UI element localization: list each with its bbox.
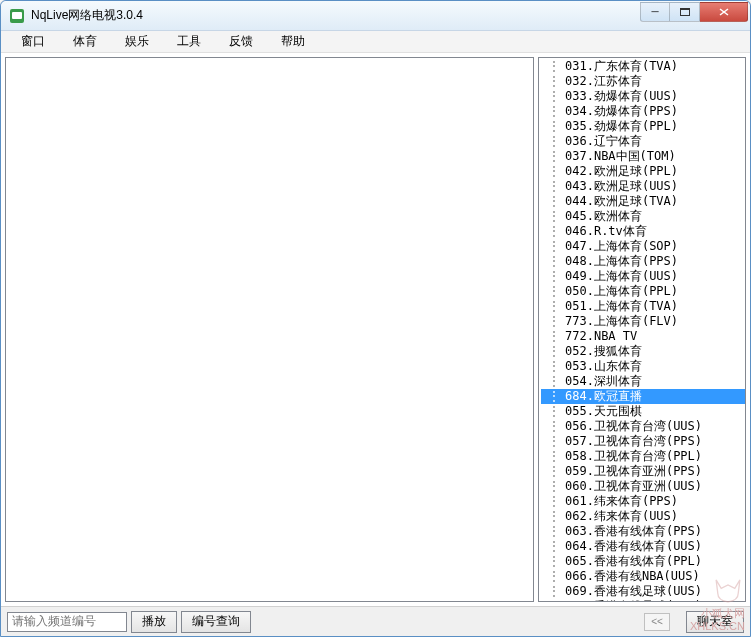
channel-number: 035. [565,119,594,134]
tree-indent-icon: ⋮ [543,479,565,494]
channel-number: 034. [565,104,594,119]
channel-item[interactable]: ⋮064.香港有线体育(UUS) [541,539,745,554]
tree-indent-icon: ⋮ [543,344,565,359]
tree-indent-icon: ⋮ [543,224,565,239]
menu-item[interactable]: 娱乐 [111,31,163,52]
minimize-button[interactable]: ─ [640,2,670,22]
channel-number: 050. [565,284,594,299]
player-pane[interactable] [5,57,534,602]
menu-item[interactable]: 体育 [59,31,111,52]
menu-item[interactable]: 反馈 [215,31,267,52]
channel-number: 055. [565,404,594,419]
channel-item[interactable]: ⋮772.NBA TV [541,329,745,344]
channel-item[interactable]: ⋮050.上海体育(PPL) [541,284,745,299]
channel-item[interactable]: ⋮070.香港有线足球(PPS) [541,599,745,601]
channel-panel: ⋮031.广东体育(TVA)⋮032.江苏体育⋮033.劲爆体育(UUS)⋮03… [538,57,746,602]
channel-number: 046. [565,224,594,239]
channel-item[interactable]: ⋮033.劲爆体育(UUS) [541,89,745,104]
channel-name: 搜狐体育 [594,344,642,359]
channel-name: 香港有线足球(PPS) [594,599,702,601]
app-window: NqLive网络电视3.0.4 ─ 窗口体育娱乐工具反馈帮助 ⋮031.广东体育… [0,0,751,637]
channel-number: 032. [565,74,594,89]
channel-number: 064. [565,539,594,554]
channel-item[interactable]: ⋮044.欧洲足球(TVA) [541,194,745,209]
channel-number: 043. [565,179,594,194]
channel-name: 香港有线体育(PPL) [594,554,702,569]
channel-item[interactable]: ⋮051.上海体育(TVA) [541,299,745,314]
channel-item[interactable]: ⋮773.上海体育(FLV) [541,314,745,329]
collapse-sidebar-button[interactable]: << [644,613,670,631]
channel-item[interactable]: ⋮061.纬来体育(PPS) [541,494,745,509]
channel-item[interactable]: ⋮048.上海体育(PPS) [541,254,745,269]
channel-item[interactable]: ⋮047.上海体育(SOP) [541,239,745,254]
channel-item[interactable]: ⋮031.广东体育(TVA) [541,59,745,74]
channel-item[interactable]: ⋮684.欧冠直播 [541,389,745,404]
channel-number-input[interactable] [7,612,127,632]
channel-item[interactable]: ⋮069.香港有线足球(UUS) [541,584,745,599]
channel-item[interactable]: ⋮034.劲爆体育(PPS) [541,104,745,119]
channel-name: 卫视体育台湾(PPS) [594,434,702,449]
channel-item[interactable]: ⋮053.山东体育 [541,359,745,374]
tree-indent-icon: ⋮ [543,239,565,254]
channel-list[interactable]: ⋮031.广东体育(TVA)⋮032.江苏体育⋮033.劲爆体育(UUS)⋮03… [539,58,745,601]
channel-number: 065. [565,554,594,569]
channel-item[interactable]: ⋮032.江苏体育 [541,74,745,89]
tree-indent-icon: ⋮ [543,284,565,299]
tree-indent-icon: ⋮ [543,209,565,224]
channel-item[interactable]: ⋮057.卫视体育台湾(PPS) [541,434,745,449]
tree-indent-icon: ⋮ [543,179,565,194]
channel-item[interactable]: ⋮063.香港有线体育(PPS) [541,524,745,539]
channel-item[interactable]: ⋮058.卫视体育台湾(PPL) [541,449,745,464]
channel-name: 上海体育(TVA) [594,299,678,314]
channel-number: 033. [565,89,594,104]
channel-item[interactable]: ⋮046.R.tv体育 [541,224,745,239]
tree-indent-icon: ⋮ [543,404,565,419]
channel-item[interactable]: ⋮036.辽宁体育 [541,134,745,149]
channel-item[interactable]: ⋮054.深圳体育 [541,374,745,389]
channel-item[interactable]: ⋮037.NBA中国(TOM) [541,149,745,164]
channel-name: 上海体育(PPS) [594,254,678,269]
channel-item[interactable]: ⋮042.欧洲足球(PPL) [541,164,745,179]
menubar: 窗口体育娱乐工具反馈帮助 [1,31,750,53]
channel-item[interactable]: ⋮059.卫视体育亚洲(PPS) [541,464,745,479]
channel-item[interactable]: ⋮056.卫视体育台湾(UUS) [541,419,745,434]
channel-name: NBA中国(TOM) [594,149,676,164]
tree-indent-icon: ⋮ [543,134,565,149]
channel-item[interactable]: ⋮065.香港有线体育(PPL) [541,554,745,569]
channel-name: 欧洲体育 [594,209,642,224]
channel-item[interactable]: ⋮052.搜狐体育 [541,344,745,359]
channel-item[interactable]: ⋮055.天元围棋 [541,404,745,419]
channel-name: 劲爆体育(UUS) [594,89,678,104]
channel-name: 香港有线体育(UUS) [594,539,702,554]
menu-item[interactable]: 窗口 [7,31,59,52]
channel-number: 044. [565,194,594,209]
channel-item[interactable]: ⋮035.劲爆体育(PPL) [541,119,745,134]
maximize-button[interactable] [670,2,700,22]
channel-item[interactable]: ⋮060.卫视体育亚洲(UUS) [541,479,745,494]
tree-indent-icon: ⋮ [543,509,565,524]
close-button[interactable] [700,2,748,22]
channel-name: 劲爆体育(PPL) [594,119,678,134]
channel-item[interactable]: ⋮045.欧洲体育 [541,209,745,224]
channel-item[interactable]: ⋮066.香港有线NBA(UUS) [541,569,745,584]
channel-number: 063. [565,524,594,539]
query-button[interactable]: 编号查询 [181,611,251,633]
chatroom-button[interactable]: 聊天室 [686,611,744,633]
tree-indent-icon: ⋮ [543,194,565,209]
menu-item[interactable]: 帮助 [267,31,319,52]
tree-indent-icon: ⋮ [543,389,565,404]
tree-indent-icon: ⋮ [543,434,565,449]
channel-item[interactable]: ⋮062.纬来体育(UUS) [541,509,745,524]
window-controls: ─ [640,2,748,22]
tree-indent-icon: ⋮ [543,419,565,434]
channel-item[interactable]: ⋮049.上海体育(UUS) [541,269,745,284]
channel-number: 056. [565,419,594,434]
play-button[interactable]: 播放 [131,611,177,633]
menu-item[interactable]: 工具 [163,31,215,52]
tree-indent-icon: ⋮ [543,569,565,584]
channel-number: 052. [565,344,594,359]
titlebar[interactable]: NqLive网络电视3.0.4 ─ [1,1,750,31]
channel-number: 047. [565,239,594,254]
channel-name: 香港有线体育(PPS) [594,524,702,539]
channel-item[interactable]: ⋮043.欧洲足球(UUS) [541,179,745,194]
